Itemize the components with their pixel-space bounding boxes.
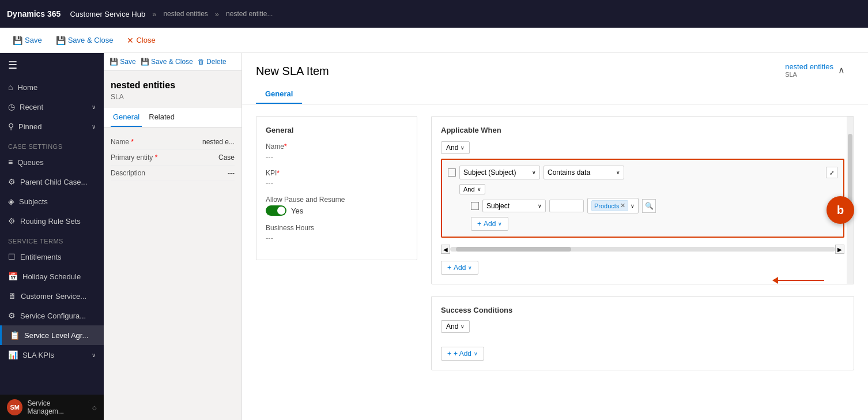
- sidebar-item-parent-child[interactable]: ⚙ Parent Child Case...: [0, 172, 104, 192]
- sidebar-item-subjects[interactable]: ◈ Subjects: [0, 192, 104, 211]
- breadcrumb-right: nested entities SLA ∧: [785, 62, 845, 78]
- sidebar-item-service-configura[interactable]: ⚙ Service Configura...: [0, 306, 104, 325]
- horizontal-scrollbar[interactable]: ◀ ▶: [441, 242, 844, 256]
- middle-save-close-button[interactable]: 💾 Save & Close: [141, 58, 193, 66]
- middle-save-button[interactable]: 💾 Save: [110, 58, 136, 66]
- page-title: New SLA Item: [256, 65, 854, 78]
- recent-icon: ◷: [8, 102, 15, 111]
- description-value: ---: [228, 169, 235, 177]
- sidebar-entitlements-label: Entitlements: [20, 253, 62, 261]
- top-navigation: Dynamics 365 Customer Service Hub » nest…: [0, 0, 868, 28]
- pause-resume-toggle[interactable]: [266, 205, 286, 216]
- sidebar: ☰ ⌂ Home ◷ Recent ∨ ⚲ Pinned ∨ Case Sett…: [0, 53, 104, 420]
- description-field-row: Description ---: [111, 166, 235, 181]
- middle-tab-related[interactable]: Related: [146, 108, 177, 127]
- inner-checkbox[interactable]: [471, 202, 479, 210]
- sidebar-subjects-label: Subjects: [19, 197, 48, 206]
- outer-add-button[interactable]: + Add ∨: [441, 261, 478, 275]
- sla-kpis-icon: 📊: [8, 350, 18, 359]
- subject-field-select[interactable]: Subject (Subject) ∨: [459, 166, 540, 179]
- inner-add-label: Add: [484, 220, 496, 228]
- orange-b-label: b: [837, 204, 844, 217]
- scroll-track: [450, 247, 835, 252]
- save-icon: 💾: [13, 36, 22, 45]
- expand-button[interactable]: ⤢: [826, 167, 837, 178]
- chevron-down-icon: ∨: [92, 104, 96, 110]
- subject-nested-select[interactable]: Subject ∨: [482, 200, 546, 212]
- inner-add-button[interactable]: + Add ∨: [471, 217, 508, 231]
- user-footer[interactable]: SM Service Managem... ◇: [0, 395, 104, 420]
- breadcrumb-item2[interactable]: nested entitie...: [226, 10, 273, 18]
- inner-field-row: Subject ∨ Products ✕ ∨ �: [471, 198, 837, 213]
- products-tag-remove-icon[interactable]: ✕: [620, 202, 625, 209]
- sidebar-item-entitlements[interactable]: ☐ Entitlements: [0, 247, 104, 267]
- scroll-left-arrow[interactable]: ◀: [441, 245, 450, 254]
- sidebar-item-queues[interactable]: ≡ Queues: [0, 152, 104, 172]
- contains-data-select[interactable]: Contains data ∨: [544, 166, 624, 179]
- breadcrumb-chevron: »: [152, 10, 156, 18]
- sidebar-item-recent[interactable]: ◷ Recent ∨: [0, 97, 104, 117]
- main-header: New SLA Item General: [242, 53, 868, 104]
- sidebar-item-routing-rule-sets[interactable]: ⚙ Routing Rule Sets: [0, 211, 104, 231]
- subject-field-label: Subject (Subject): [463, 168, 516, 177]
- success-add-button[interactable]: + + Add ∨: [441, 347, 484, 361]
- user-label: Service Managem...: [27, 399, 88, 415]
- close-button[interactable]: ✕ Close: [121, 32, 161, 48]
- pin-icon: ⚲: [8, 122, 14, 131]
- dynamics-logo[interactable]: Dynamics 365: [7, 9, 61, 18]
- search-button[interactable]: 🔍: [642, 199, 656, 213]
- breadcrumb-item1[interactable]: nested entities: [163, 10, 207, 18]
- and-selector[interactable]: And ∨: [441, 141, 470, 154]
- breadcrumb-chevron2: »: [215, 10, 219, 18]
- middle-tab-general[interactable]: General: [111, 108, 142, 127]
- main-content: nested entities SLA ∧ New SLA Item Gener…: [242, 53, 868, 420]
- sub-navigation: 💾 Save 💾 Save & Close ✕ Close: [0, 28, 868, 53]
- hamburger-menu[interactable]: ☰: [0, 53, 104, 77]
- right-section: Applicable When And ∨ Subject (Subject): [431, 116, 854, 370]
- kpi-label: KPI*: [266, 169, 407, 177]
- scroll-right-arrow[interactable]: ▶: [835, 245, 844, 254]
- arrow-pointer: [772, 277, 824, 284]
- outer-checkbox[interactable]: [448, 168, 456, 177]
- save-close-label: Save & Close: [68, 36, 114, 44]
- outer-add-label: Add: [454, 264, 466, 272]
- save-label: Save: [25, 36, 42, 44]
- name-label: Name*: [266, 142, 407, 151]
- pause-resume-field: Allow Pause and Resume Yes: [266, 196, 407, 216]
- applicable-when-title: Applicable When: [441, 126, 844, 134]
- products-tag-label: Products: [594, 202, 619, 209]
- close-icon: ✕: [127, 36, 134, 45]
- middle-delete-button[interactable]: 🗑 Delete: [198, 58, 227, 66]
- save-button[interactable]: 💾 Save: [7, 32, 48, 48]
- sidebar-item-pinned[interactable]: ⚲ Pinned ∨: [0, 117, 104, 136]
- name-field-row: Name * nested e...: [111, 134, 235, 150]
- nested-value-input[interactable]: [549, 200, 584, 212]
- success-and-selector[interactable]: And ∨: [441, 320, 470, 333]
- scroll-thumb: [456, 247, 571, 252]
- app-layout: ☰ ⌂ Home ◷ Recent ∨ ⚲ Pinned ∨ Case Sett…: [0, 53, 868, 420]
- save-close-button[interactable]: 💾 Save & Close: [50, 32, 119, 48]
- products-value-select[interactable]: Products ✕ ∨: [587, 198, 639, 213]
- collapse-icon[interactable]: ∧: [838, 65, 845, 76]
- sidebar-queues-label: Queues: [17, 158, 44, 167]
- sidebar-item-holiday-schedule[interactable]: 📅 Holiday Schedule: [0, 267, 104, 286]
- sidebar-recent-label: Recent: [20, 103, 43, 111]
- orange-b-button[interactable]: b: [827, 196, 854, 224]
- inner-and-selector[interactable]: And ∨: [459, 184, 485, 194]
- name-form-field: Name* ---: [266, 142, 407, 161]
- success-add-container: + + Add ∨: [441, 342, 844, 361]
- sidebar-item-home[interactable]: ⌂ Home: [0, 77, 104, 97]
- products-arrow-icon: ∨: [631, 203, 635, 209]
- case-settings-section: Case Settings: [0, 136, 104, 152]
- user-settings-icon: ◇: [92, 404, 97, 411]
- business-hours-field: Business Hours ---: [266, 224, 407, 242]
- service-terms-section: Service Terms: [0, 231, 104, 247]
- success-add-arrow-icon: ∨: [474, 351, 478, 357]
- sidebar-item-sla-kpis[interactable]: 📊 SLA KPIs ∨: [0, 345, 104, 365]
- breadcrumb-link[interactable]: nested entities: [785, 62, 833, 71]
- middle-entity-title: nested entities: [104, 71, 241, 93]
- middle-content: Name * nested e... Primary entity * Case…: [104, 127, 241, 188]
- tab-general[interactable]: General: [256, 85, 302, 104]
- sidebar-item-service-level-agr[interactable]: 📋 Service Level Agr...: [0, 325, 104, 345]
- sidebar-item-customer-service[interactable]: 🖥 Customer Service...: [0, 286, 104, 306]
